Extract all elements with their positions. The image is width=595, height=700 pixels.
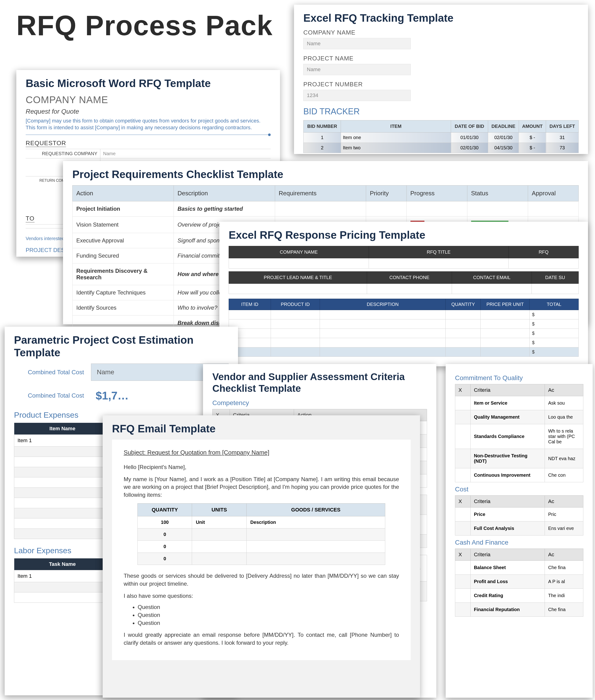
- table-row: Credit RatingThe indi: [455, 589, 583, 603]
- ctc-label-2: Combined Total Cost: [14, 392, 84, 399]
- quality-table: XCriteriaAc Item or ServiceAsk sou Quali…: [455, 384, 583, 482]
- table-row: 100UnitDescription: [138, 516, 385, 529]
- intro-text: [Company] may use this form to obtain co…: [26, 118, 271, 131]
- form-row: REQUESTING COMPANY Name: [26, 149, 271, 158]
- company-input[interactable]: Name: [303, 38, 411, 49]
- table-row: PricePric: [455, 507, 583, 522]
- email-title: RFQ Email Template: [112, 422, 411, 435]
- rfq-subtitle: Request for Quote: [26, 108, 271, 115]
- col-item: ITEM: [341, 120, 451, 133]
- tracking-title: Excel RFQ Tracking Template: [303, 12, 579, 24]
- list-item: Question: [138, 620, 399, 626]
- email-delivery: These goods or services should be delive…: [124, 572, 399, 588]
- req-company-value[interactable]: Name: [100, 149, 271, 158]
- col-days: DAYS LEFT: [546, 120, 579, 133]
- divider: [26, 135, 271, 135]
- table-row: Full Cost AnalysisEns vari eve: [455, 522, 583, 535]
- table-row: Balance SheetChe fina: [455, 561, 583, 575]
- requestor-heading: REQUESTOR: [26, 140, 66, 147]
- table-row: Project InitiationBasics to getting star…: [73, 201, 579, 217]
- company-name: COMPANY NAME: [26, 94, 271, 106]
- col-date: DATE OF BID: [451, 120, 488, 133]
- req-title: Project Requirements Checklist Template: [72, 168, 579, 180]
- email-template-panel: RFQ Email Template Subject: Request for …: [103, 415, 420, 698]
- bid-tracker-table: BID NUMBER ITEM DATE OF BID DEADLINE AMO…: [303, 120, 579, 153]
- cash-table: XCriteriaAc Balance SheetChe fina Profit…: [455, 549, 583, 617]
- table-row: 0: [138, 553, 385, 565]
- table-row: Standards ComplianceWh to s rela star wi…: [455, 424, 583, 449]
- basic-title: Basic Microsoft Word RFQ Template: [26, 77, 271, 90]
- tracking-template-panel: Excel RFQ Tracking Template COMPANY NAME…: [294, 5, 588, 154]
- cost-heading: Cost: [455, 485, 583, 493]
- number-label: PROJECT NUMBER: [303, 81, 579, 88]
- number-input[interactable]: 1234: [303, 90, 411, 101]
- table-row: 1 Item one 01/01/30 02/01/30 $ - 31: [304, 133, 579, 143]
- table-row: $: [229, 338, 579, 347]
- company-label: COMPANY NAME: [303, 29, 579, 36]
- table-row: 0: [138, 541, 385, 553]
- email-intro: My name is [Your Name], and I work as a …: [124, 475, 399, 499]
- total-value: $1,7…: [91, 389, 129, 402]
- col-bid-number: BID NUMBER: [304, 120, 341, 133]
- list-item: Question: [138, 604, 399, 610]
- table-row: Quality ManagementLoo qua the: [455, 410, 583, 424]
- email-items-table: QUANTITYUNITSGOODS / SERVICES 100UnitDes…: [137, 503, 385, 565]
- col-amount: AMOUNT: [519, 120, 546, 133]
- table-row: $: [229, 310, 579, 319]
- quality-heading: Commitment To Quality: [455, 374, 583, 382]
- table-row: Profit and LossA P is al: [455, 575, 583, 589]
- email-body: Subject: Request for Quotation from [Com…: [112, 440, 411, 660]
- project-input[interactable]: Name: [303, 64, 411, 75]
- pricing-title: Excel RFQ Response Pricing Template: [229, 229, 579, 241]
- email-questions-list: Question Question Question: [138, 604, 399, 626]
- email-greeting: Hello [Recipient's Name],: [124, 463, 399, 471]
- pricing-items-table: ITEM ID PRODUCT ID DESCRIPTION QUANTITY …: [229, 299, 579, 357]
- cost-title: Parametric Project Cost Estimation Templ…: [14, 334, 229, 359]
- email-subject: Subject: Request for Quotation from [Com…: [124, 449, 399, 456]
- table-row: Item or ServiceAsk sou: [455, 396, 583, 410]
- page-title: RFQ Process Pack: [16, 9, 273, 41]
- bid-tracker-heading: BID TRACKER: [303, 107, 579, 116]
- table-row: Continuous ImprovementChe con: [455, 468, 583, 482]
- table-row: Financial ReputationChe fina: [455, 603, 583, 617]
- table-row: 2 Item two 02/01/30 04/15/30 $ - 73: [304, 143, 579, 153]
- ctc-label: Combined Total Cost: [14, 369, 84, 376]
- list-item: Question: [138, 612, 399, 618]
- pricing-header-table-2: PROJECT LEAD NAME & TITLECONTACT PHONECO…: [229, 271, 579, 294]
- pricing-header-table-1: COMPANY NAMERFQ TITLERFQ: [229, 246, 579, 269]
- table-row: $: [229, 319, 579, 329]
- project-label: PROJECT NAME: [303, 55, 579, 62]
- pricing-template-panel: Excel RFQ Response Pricing Template COMP…: [219, 222, 588, 366]
- req-company-label: REQUESTING COMPANY: [26, 149, 100, 158]
- email-questions-intro: I also have some questions:: [124, 592, 399, 600]
- to-heading: TO: [26, 215, 34, 222]
- cost-table: XCriteriaAc PricePric Full Cost Analysis…: [455, 495, 583, 535]
- vendor-assessment-right-panel: Commitment To Quality XCriteriaAc Item o…: [446, 364, 593, 698]
- table-row: 0: [138, 529, 385, 541]
- table-row: $: [229, 329, 579, 338]
- col-deadline: DEADLINE: [488, 120, 519, 133]
- table-row: Non-Destructive Testing (NDT)NDT eva haz: [455, 449, 583, 468]
- total-row: $: [229, 347, 579, 357]
- cash-heading: Cash And Finance: [455, 539, 583, 546]
- email-closing: I would greatly appreciate an email resp…: [124, 631, 399, 647]
- vendor-title: Vendor and Supplier Assessment Criteria …: [213, 371, 427, 395]
- competency-heading: Competency: [213, 399, 427, 407]
